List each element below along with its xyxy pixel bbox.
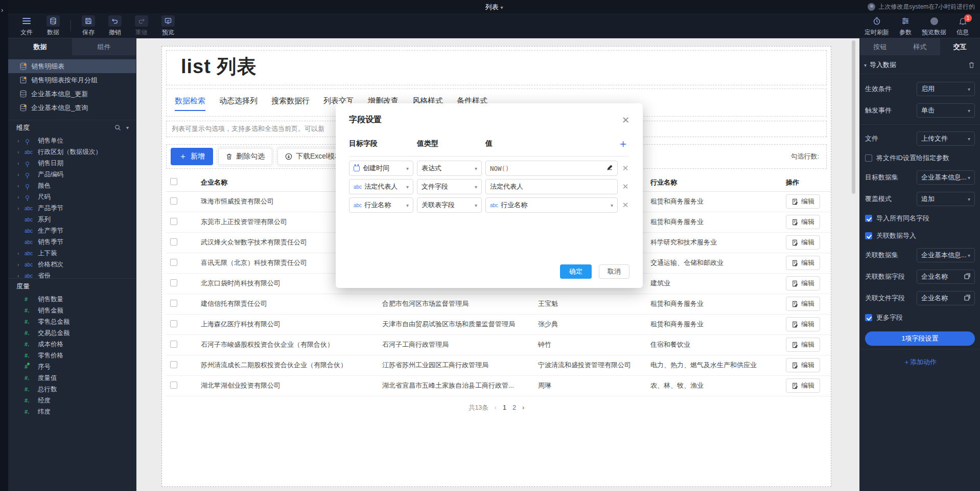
- prev-page-button[interactable]: ‹: [495, 404, 497, 411]
- row-checkbox[interactable]: [170, 238, 177, 246]
- remove-row-icon[interactable]: ✕: [621, 182, 629, 191]
- expand-icon[interactable]: ›: [17, 161, 25, 166]
- measure-item[interactable]: #经度: [8, 395, 136, 406]
- expand-icon[interactable]: ›: [17, 206, 25, 211]
- tab-data[interactable]: 数据: [8, 38, 72, 55]
- expression-input[interactable]: NOW(): [485, 161, 618, 176]
- effect-condition-select[interactable]: 启用▾: [917, 82, 975, 96]
- row-checkbox[interactable]: [170, 341, 177, 348]
- related-data-field-picker[interactable]: 企业名称: [917, 270, 975, 284]
- expand-icon[interactable]: ›: [17, 138, 25, 144]
- override-mode-select[interactable]: 追加▾: [917, 192, 975, 206]
- measure-item[interactable]: #纬度: [8, 406, 136, 417]
- field-settings-count-button[interactable]: 1项字段设置: [865, 331, 975, 346]
- close-icon[interactable]: ✕: [622, 116, 629, 125]
- value-type-select[interactable]: 表达式▾: [417, 161, 482, 176]
- dimension-item[interactable]: abc销售季节: [8, 236, 136, 248]
- measure-item[interactable]: #交易总金额: [8, 327, 136, 339]
- related-import-checkbox[interactable]: 关联数据导入: [860, 227, 980, 244]
- edit-button[interactable]: 编辑: [786, 276, 820, 291]
- collapse-rail[interactable]: ›: [0, 0, 8, 491]
- file-select[interactable]: 上传文件▾: [917, 131, 975, 146]
- row-checkbox[interactable]: [170, 218, 177, 225]
- dimension-item[interactable]: abc生产季节: [8, 225, 136, 236]
- dimension-item[interactable]: ›abc省份: [8, 270, 136, 278]
- import-same-name-checkbox[interactable]: 导入所有同名字段: [860, 210, 980, 227]
- add-button[interactable]: ＋新增: [171, 148, 213, 165]
- page-1-button[interactable]: 1: [503, 404, 506, 411]
- preview-data-button[interactable]: 预览数据: [920, 14, 948, 37]
- measure-item[interactable]: #成本价格: [8, 339, 136, 350]
- dimension-item[interactable]: ›abc行政区划（数据级次）: [8, 146, 136, 158]
- set-file-id-checkbox[interactable]: 将文件ID设置给指定参数: [860, 149, 980, 167]
- row-checkbox[interactable]: [170, 259, 177, 266]
- add-field-row-icon[interactable]: ＋: [618, 137, 628, 151]
- measure-item[interactable]: #零售价格: [8, 350, 136, 361]
- edit-button[interactable]: 编辑: [786, 317, 820, 331]
- timed-refresh-button[interactable]: 定时刷新: [862, 14, 891, 37]
- edit-button[interactable]: 编辑: [786, 378, 820, 393]
- data-button[interactable]: 数据: [40, 15, 66, 37]
- preview-button[interactable]: 预览: [155, 15, 181, 37]
- edit-button[interactable]: 编辑: [786, 194, 820, 209]
- dimension-item[interactable]: ›销售日期: [8, 158, 136, 169]
- page-2-button[interactable]: 2: [512, 404, 516, 411]
- select-all-checkbox[interactable]: [170, 178, 177, 185]
- target-dataset-select[interactable]: 企业基本信息...▾: [917, 170, 975, 185]
- measure-item[interactable]: #序号: [8, 361, 136, 372]
- remove-row-icon[interactable]: ✕: [621, 200, 629, 210]
- search-icon[interactable]: [114, 124, 121, 131]
- canvas-scrollbar[interactable]: [852, 40, 855, 194]
- delete-checked-button[interactable]: 删除勾选: [218, 148, 272, 165]
- cancel-button[interactable]: 取消: [599, 264, 629, 279]
- dataset-item[interactable]: 企业基本信息_查询: [8, 101, 136, 115]
- expand-chevron-icon[interactable]: ›: [1, 6, 3, 14]
- target-field-select[interactable]: abc行业名称▾: [349, 197, 413, 213]
- target-field-select[interactable]: abc法定代表人▾: [349, 179, 413, 194]
- next-page-button[interactable]: ›: [522, 404, 524, 411]
- edit-button[interactable]: 编辑: [786, 297, 820, 311]
- expand-icon[interactable]: ›: [17, 172, 25, 177]
- tab-interaction[interactable]: 交互: [940, 38, 980, 55]
- related-file-field-picker[interactable]: 企业名称: [917, 291, 975, 305]
- dimension-item[interactable]: abc系列: [8, 214, 136, 225]
- import-data-section-header[interactable]: ▾ 导入数据: [860, 55, 980, 74]
- title-block[interactable]: list 列表: [166, 50, 827, 85]
- related-dataset-select[interactable]: 企业基本信息...▾: [917, 248, 975, 262]
- tab-data-search[interactable]: 数据检索: [175, 96, 205, 111]
- expand-icon[interactable]: ›: [17, 251, 25, 256]
- measure-item[interactable]: #度量值: [8, 372, 136, 384]
- dimension-item[interactable]: ›abc上下装: [8, 248, 136, 259]
- row-checkbox[interactable]: [170, 197, 177, 205]
- dimension-item[interactable]: ›尺码: [8, 191, 136, 203]
- dimension-item[interactable]: ›销售单位: [8, 135, 136, 146]
- row-checkbox[interactable]: [170, 361, 177, 368]
- expand-icon[interactable]: ›: [17, 149, 25, 155]
- dimension-item[interactable]: ›颜色: [8, 180, 136, 191]
- edit-expression-icon[interactable]: [606, 164, 613, 172]
- edit-button[interactable]: 编辑: [786, 358, 820, 372]
- measure-item[interactable]: #总行数: [8, 384, 136, 395]
- expand-icon[interactable]: ›: [17, 183, 25, 189]
- expand-icon[interactable]: ›: [17, 194, 25, 200]
- edit-button[interactable]: 编辑: [786, 256, 820, 270]
- save-button[interactable]: 保存: [75, 15, 102, 37]
- expand-icon[interactable]: ›: [17, 262, 25, 267]
- collapse-section-icon[interactable]: ▾: [126, 125, 129, 130]
- row-checkbox[interactable]: [170, 382, 177, 389]
- measure-item[interactable]: #零售总金额: [8, 316, 136, 327]
- row-checkbox[interactable]: [170, 279, 177, 286]
- info-button[interactable]: 1 信息: [948, 14, 977, 37]
- remove-row-icon[interactable]: ✕: [621, 164, 629, 173]
- dimension-item[interactable]: ›abc产品季节: [8, 203, 136, 214]
- value-select[interactable]: abc行业名称▾: [485, 197, 618, 213]
- dimension-item[interactable]: ›产品编码: [8, 169, 136, 180]
- confirm-button[interactable]: 确定: [560, 264, 592, 279]
- edit-button[interactable]: 编辑: [786, 235, 820, 250]
- file-button[interactable]: 文件: [13, 15, 40, 37]
- value-input[interactable]: 法定代表人: [485, 179, 618, 194]
- more-fields-checkbox[interactable]: 更多字段: [860, 309, 980, 326]
- value-type-select[interactable]: 关联表字段▾: [417, 197, 482, 213]
- dataset-item[interactable]: 企业基本信息_更新: [8, 87, 136, 101]
- dataset-item[interactable]: 销售明细表按年月分组: [8, 73, 136, 87]
